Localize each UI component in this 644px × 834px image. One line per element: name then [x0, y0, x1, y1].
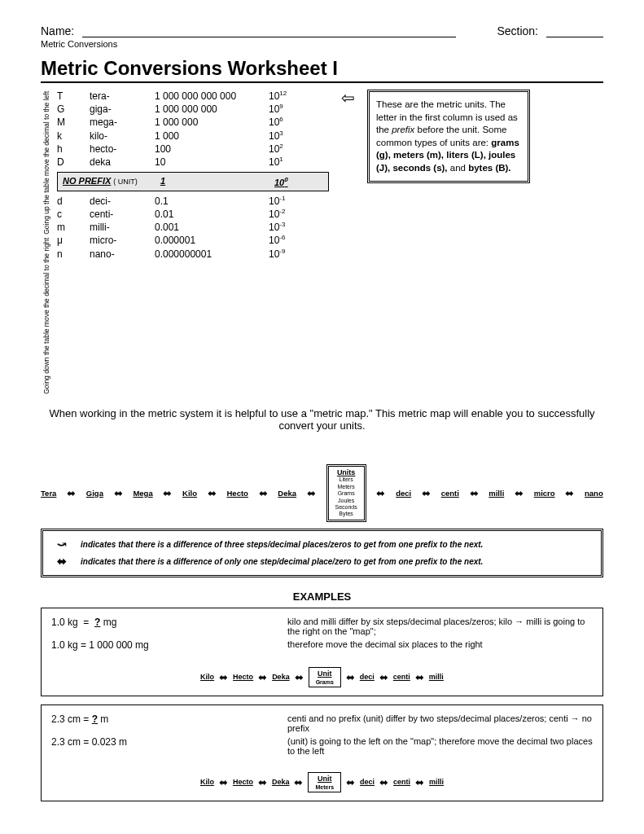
example1-answer: 1.0 kg = 1 000 000 mg	[51, 639, 279, 651]
double-arrow-icon: ⬌	[208, 487, 217, 499]
mini-label: Hecto	[233, 673, 253, 681]
example-2: 2.3 cm = ? m centi and no prefix (unit) …	[41, 705, 603, 801]
double-arrow-icon: ⬌	[163, 487, 172, 499]
prefix-row: Ddeka10101	[57, 156, 329, 169]
map-label: milli	[488, 489, 504, 498]
map-label: Deka	[278, 489, 296, 498]
prefix-row: mmilli-0.00110-3	[57, 221, 329, 234]
arrow-left-icon: ⇦	[341, 90, 355, 106]
double-arrow-icon: ⬌	[50, 553, 74, 570]
examples-header: EXAMPLES	[41, 590, 603, 603]
mini-label: Deka	[272, 778, 290, 786]
prefix-section: Going up the table move the decimal to t…	[41, 90, 603, 396]
prefix-row: hhecto-100102	[57, 143, 329, 156]
mini-label: Kilo	[200, 673, 214, 681]
example2-expl2: (unit) is going to the left on the "map"…	[287, 736, 593, 756]
map-label: nano	[585, 489, 603, 498]
double-arrow-icon: ⬌	[422, 487, 431, 499]
example2-expl1: centi and no prefix (unit) differ by two…	[287, 713, 593, 733]
map-label: Hecto	[227, 489, 248, 498]
metric-map: Tera⬌Giga⬌Mega⬌Kilo⬌Hecto⬌Deka⬌UnitsLite…	[41, 464, 603, 522]
map-label: Mega	[133, 489, 152, 498]
mini-label: Kilo	[200, 778, 214, 786]
mini-label: milli	[429, 673, 444, 681]
mini-label: Hecto	[233, 778, 253, 786]
example1-expl1: kilo and milli differ by six steps/decim…	[287, 617, 593, 636]
name-label: Name:	[41, 24, 74, 37]
double-arrow-icon: ⬌	[376, 487, 385, 499]
mini-label: deci	[360, 673, 375, 681]
subtitle: Metric Conversions	[41, 39, 603, 49]
prefix-row: Mmega-1 000 000106	[57, 116, 329, 129]
double-arrow-icon: ⬌	[515, 487, 524, 499]
intro-text: When working in the metric system it is …	[41, 407, 603, 432]
header-row: Name: Section:	[41, 24, 603, 37]
units-box: UnitsLitersMetersGramsJoulesSecondsBytes	[326, 464, 366, 522]
mini-unit-box: UnitGrams	[309, 667, 341, 687]
double-arrow-icon: ⬌	[470, 487, 479, 499]
section-label: Section:	[497, 24, 538, 37]
double-arrow-icon: ⬌	[565, 487, 574, 499]
example1-expl2: therefore move the decimal six places to…	[287, 639, 593, 651]
example2-question: 2.3 cm = ? m	[51, 713, 279, 733]
example1-question: 1.0 kg = ? mg	[51, 617, 279, 636]
mini-label: centi	[393, 673, 410, 681]
legend-solid: indicates that there is a difference of …	[81, 555, 483, 568]
mini-label: Deka	[272, 673, 290, 681]
prefix-table: Ttera-1 000 000 000 0001012Ggiga-1 000 0…	[57, 90, 329, 396]
double-arrow-icon: ⬌	[114, 487, 123, 499]
example1-map: Kilo⬌Hecto⬌Deka⬌UnitGrams⬌deci⬌centi⬌mil…	[51, 667, 593, 687]
dashed-arc-icon: ⤻	[50, 536, 74, 553]
prefix-row: ddeci-0.110-1	[57, 195, 329, 208]
prefix-row: kkilo-1 000103	[57, 129, 329, 143]
prefix-row: μmicro-0.00000110-6	[57, 234, 329, 247]
side-note-up: Going up the table move the decimal to t…	[41, 90, 52, 236]
example-1: 1.0 kg = ? mg kilo and milli differ by s…	[41, 608, 603, 696]
page-title: Metric Conversions Worksheet I	[41, 57, 603, 83]
map-label: micro	[534, 489, 555, 498]
prefix-row: Ttera-1 000 000 000 0001012	[57, 90, 329, 103]
map-label: Tera	[41, 489, 56, 498]
legend-dashed: indicates that there is a difference of …	[81, 538, 483, 551]
mini-unit-box: UnitMeters	[308, 772, 341, 792]
side-note-down: Going down the table move the decimal to…	[41, 236, 52, 396]
section-blank[interactable]	[546, 24, 603, 37]
map-label: Kilo	[182, 489, 197, 498]
map-label: deci	[396, 489, 411, 498]
prefix-row: nnano-0.00000000110-9	[57, 248, 329, 261]
prefix-row: ccenti-0.0110-2	[57, 208, 329, 221]
map-label: centi	[441, 489, 459, 498]
name-blank[interactable]	[82, 24, 456, 37]
mini-label: milli	[429, 778, 444, 786]
double-arrow-icon: ⬌	[307, 487, 316, 499]
prefix-row: Ggiga-1 000 000 000109	[57, 103, 329, 116]
map-label: Giga	[86, 489, 103, 498]
example2-answer: 2.3 cm = 0.023 m	[51, 736, 279, 756]
example2-map: Kilo⬌Hecto⬌Deka⬌UnitMeters⬌deci⬌centi⬌mi…	[51, 772, 593, 792]
double-arrow-icon: ⬌	[259, 487, 268, 499]
no-prefix-row: NO PREFIX ( UNIT) 1 100	[57, 172, 329, 191]
mini-label: deci	[360, 778, 375, 786]
legend-box: ⤻ indicates that there is a difference o…	[41, 529, 603, 577]
info-box: These are the metric units. The letter i…	[367, 90, 530, 183]
double-arrow-icon: ⬌	[67, 487, 76, 499]
mini-label: centi	[393, 778, 410, 786]
